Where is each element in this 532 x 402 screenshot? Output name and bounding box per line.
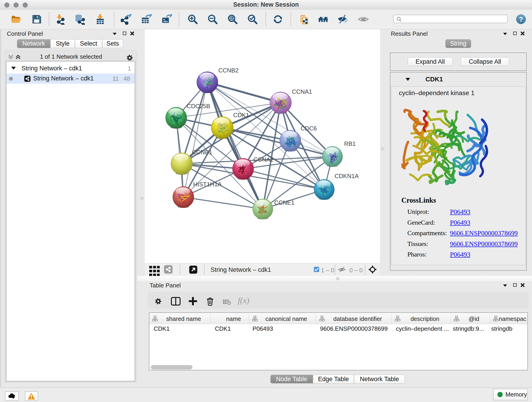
svg-text:CCNE1: CCNE1 bbox=[274, 199, 294, 206]
svg-text:CCNA2: CCNA2 bbox=[253, 156, 273, 163]
svg-text:HIST1H1A: HIST1H1A bbox=[193, 181, 222, 188]
svg-text:RB1: RB1 bbox=[344, 140, 356, 147]
svg-text:CCNA1: CCNA1 bbox=[292, 88, 312, 95]
svg-text:CDK1: CDK1 bbox=[233, 112, 249, 119]
svg-text:CDKN1A: CDKN1A bbox=[335, 172, 359, 179]
svg-text:CDC6: CDC6 bbox=[301, 125, 317, 132]
svg-text:CCNB2: CCNB2 bbox=[218, 67, 239, 74]
svg-text:CCNB1: CCNB1 bbox=[192, 149, 212, 156]
svg-text:CDC25B: CDC25B bbox=[187, 103, 210, 109]
